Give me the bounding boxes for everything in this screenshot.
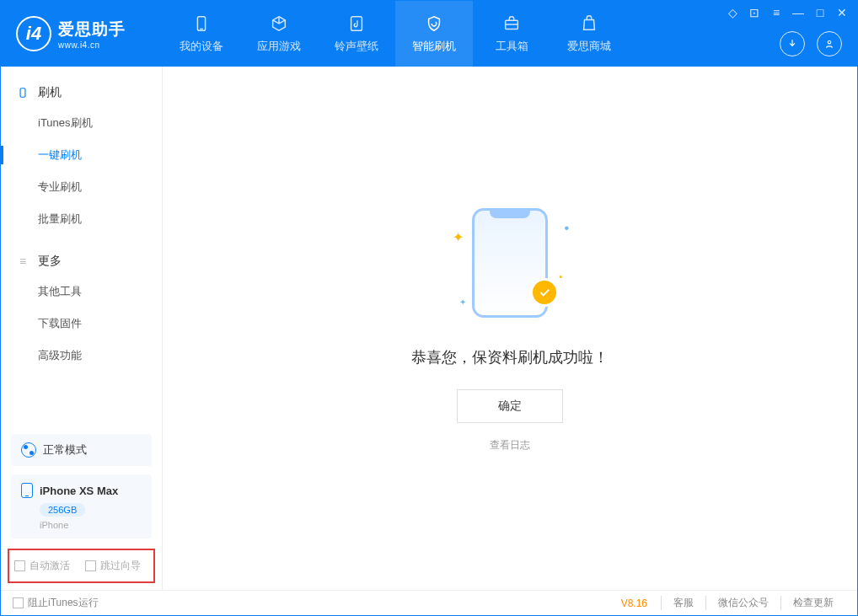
- app-header: i4 爱思助手 www.i4.cn 我的设备 应用游戏 铃声壁纸 智能刷机 工具…: [1, 1, 857, 67]
- sidebar-item-oneclick-flash[interactable]: 一键刷机: [1, 139, 162, 171]
- checkbox-icon: [14, 560, 25, 571]
- footer-link-support[interactable]: 客服: [661, 596, 705, 610]
- footer-link-wechat[interactable]: 微信公众号: [705, 596, 780, 610]
- main-content: ✦ • ✦ • 恭喜您，保资料刷机成功啦！ 确定 查看日志: [163, 67, 857, 590]
- device-name-label: iPhone XS Max: [40, 485, 118, 497]
- user-button[interactable]: [817, 31, 842, 56]
- footer-link-update[interactable]: 检查更新: [780, 596, 845, 610]
- skin-icon[interactable]: ◇: [726, 6, 739, 19]
- device-mode-row[interactable]: 正常模式: [11, 434, 152, 466]
- sidebar-item-download-firmware[interactable]: 下载固件: [1, 308, 162, 340]
- header-round-buttons: [780, 31, 842, 56]
- status-bar: 阻止iTunes运行 V8.16 客服 微信公众号 检查更新: [1, 590, 857, 615]
- tab-smart-flash[interactable]: 智能刷机: [395, 1, 473, 67]
- shield-refresh-icon: [424, 13, 444, 34]
- sidebar-section-more: ≡ 更多: [1, 247, 162, 276]
- sparkle-icon: ✦: [453, 229, 464, 245]
- tab-toolbox[interactable]: 工具箱: [473, 1, 550, 67]
- app-name-cn: 爱思助手: [58, 19, 126, 40]
- view-log-link[interactable]: 查看日志: [490, 438, 530, 453]
- device-type-label: iPhone: [40, 520, 142, 530]
- sidebar-item-batch-flash[interactable]: 批量刷机: [1, 203, 162, 235]
- header-tabs: 我的设备 应用游戏 铃声壁纸 智能刷机 工具箱 爱思商城: [163, 1, 628, 67]
- tab-store[interactable]: 爱思商城: [550, 1, 628, 67]
- sidebar: 刷机 iTunes刷机 一键刷机 专业刷机 批量刷机 ≡ 更多 其他工具 下载固…: [1, 67, 163, 590]
- sparkle-icon: ✦: [459, 297, 466, 307]
- svg-point-4: [828, 41, 831, 45]
- tab-apps-games[interactable]: 应用游戏: [240, 1, 318, 67]
- checkbox-icon: [85, 560, 96, 571]
- sidebar-item-pro-flash[interactable]: 专业刷机: [1, 171, 162, 203]
- music-file-icon: [346, 13, 367, 34]
- sidebar-item-advanced[interactable]: 高级功能: [1, 340, 162, 372]
- sparkle-icon: •: [564, 221, 569, 236]
- tab-ringtone-wallpaper[interactable]: 铃声壁纸: [318, 1, 395, 67]
- success-illustration: ✦ • ✦ •: [451, 204, 569, 322]
- sparkle-icon: •: [559, 272, 562, 281]
- toolbox-icon: [501, 13, 522, 34]
- phone-outline-icon: [21, 483, 33, 498]
- app-logo: i4 爱思助手 www.i4.cn: [1, 16, 163, 51]
- sidebar-item-other-tools[interactable]: 其他工具: [1, 276, 162, 308]
- minimize-icon[interactable]: —: [791, 6, 805, 19]
- window-controls: ◇ ⊡ ≡ — □ ✕: [726, 6, 849, 19]
- block-itunes-checkbox[interactable]: 阻止iTunes运行: [13, 596, 99, 610]
- device-storage-badge: 256GB: [40, 503, 85, 517]
- check-badge-icon: [530, 278, 559, 307]
- sidebar-item-itunes-flash[interactable]: iTunes刷机: [1, 107, 162, 139]
- svg-rect-5: [20, 88, 25, 98]
- device-info-row[interactable]: iPhone XS Max 256GB iPhone: [11, 474, 152, 538]
- device-icon: [16, 86, 29, 99]
- list-icon: ≡: [16, 254, 29, 268]
- phone-icon: [191, 13, 212, 34]
- version-label: V8.16: [621, 597, 647, 609]
- ok-button[interactable]: 确定: [457, 389, 563, 423]
- success-message: 恭喜您，保资料刷机成功啦！: [411, 347, 609, 367]
- app-name-en: www.i4.cn: [58, 40, 126, 50]
- close-icon[interactable]: ✕: [835, 6, 849, 19]
- options-highlight-box: 自动激活 跳过向导: [8, 549, 155, 583]
- tab-my-device[interactable]: 我的设备: [163, 1, 240, 67]
- download-button[interactable]: [780, 31, 805, 56]
- checkbox-icon: [13, 597, 24, 608]
- svg-rect-2: [351, 17, 362, 31]
- skip-guide-checkbox[interactable]: 跳过向导: [85, 559, 141, 573]
- menu-icon[interactable]: ≡: [770, 6, 783, 19]
- feedback-icon[interactable]: ⊡: [748, 6, 761, 19]
- shopping-bag-icon: [579, 13, 599, 34]
- auto-activate-checkbox[interactable]: 自动激活: [14, 559, 70, 573]
- logo-icon: i4: [16, 16, 51, 51]
- sidebar-section-flash: 刷机: [1, 78, 162, 107]
- cube-icon: [269, 13, 289, 34]
- maximize-icon[interactable]: □: [813, 6, 827, 19]
- normal-mode-icon: [21, 442, 36, 458]
- device-mode-label: 正常模式: [43, 442, 87, 458]
